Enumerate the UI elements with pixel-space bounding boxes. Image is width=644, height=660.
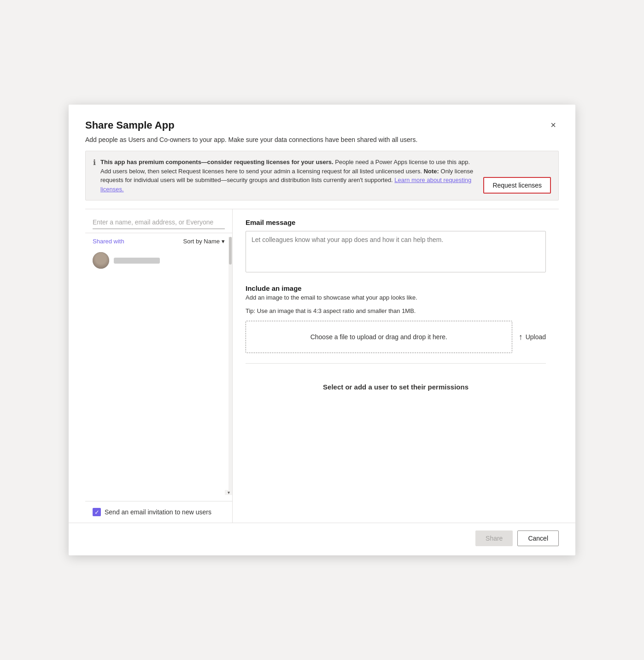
shared-with-label: Shared with bbox=[93, 238, 124, 245]
upload-button[interactable]: ↑ Upload bbox=[519, 332, 546, 342]
image-desc1: Add an image to the email to showcase wh… bbox=[246, 294, 546, 301]
banner-text: This app has premium components—consider… bbox=[100, 158, 479, 194]
sort-label: Sort by Name bbox=[183, 238, 220, 245]
info-icon: ℹ bbox=[93, 158, 96, 167]
dialog-body: Shared with Sort by Name ▾ ▾ bbox=[85, 209, 559, 523]
email-textarea[interactable] bbox=[246, 231, 546, 272]
scrollbar-track bbox=[228, 237, 232, 495]
share-button[interactable]: Share bbox=[475, 530, 513, 546]
user-row bbox=[93, 249, 225, 271]
banner-bold-text: This app has premium components—consider… bbox=[100, 159, 334, 165]
upload-icon: ↑ bbox=[519, 332, 523, 342]
email-section: Email message bbox=[246, 218, 546, 274]
divider bbox=[246, 363, 546, 364]
image-desc2: Tip: Use an image that is 4:3 aspect rat… bbox=[246, 307, 546, 314]
info-banner: ℹ This app has premium components—consid… bbox=[85, 151, 559, 200]
close-button[interactable]: × bbox=[548, 119, 559, 130]
avatar-image bbox=[93, 252, 109, 269]
email-checkbox[interactable]: ✓ bbox=[93, 508, 101, 516]
search-wrap bbox=[85, 209, 232, 233]
upload-btn-label: Upload bbox=[526, 333, 546, 341]
right-panel: Email message Include an image Add an im… bbox=[233, 209, 559, 523]
search-input[interactable] bbox=[93, 217, 225, 229]
user-name bbox=[114, 258, 160, 264]
left-panel-footer: ✓ Send an email invitation to new users bbox=[85, 501, 232, 523]
sort-by-name-button[interactable]: Sort by Name ▾ bbox=[183, 238, 225, 245]
drop-zone-label: Choose a file to upload or drag and drop… bbox=[310, 333, 447, 341]
upload-drop-zone[interactable]: Choose a file to upload or drag and drop… bbox=[246, 321, 512, 353]
sort-icon: ▾ bbox=[222, 238, 225, 245]
image-section: Include an image Add an image to the ema… bbox=[246, 284, 546, 353]
shared-section: Shared with Sort by Name ▾ bbox=[85, 233, 232, 501]
dialog-footer: Share Cancel bbox=[69, 523, 575, 555]
left-panel: Shared with Sort by Name ▾ ▾ bbox=[85, 209, 233, 523]
checkmark-icon: ✓ bbox=[94, 509, 100, 515]
banner-note-label: Note: bbox=[424, 168, 439, 175]
image-section-title: Include an image bbox=[246, 284, 546, 292]
scrollbar-thumb[interactable] bbox=[229, 237, 232, 265]
share-dialog: Share Sample App × Add people as Users a… bbox=[69, 105, 575, 555]
upload-row: Choose a file to upload or drag and drop… bbox=[246, 321, 546, 353]
dialog-header: Share Sample App × bbox=[85, 119, 559, 131]
cancel-button[interactable]: Cancel bbox=[517, 530, 559, 546]
scroll-down-arrow[interactable]: ▾ bbox=[225, 490, 232, 495]
shared-header: Shared with Sort by Name ▾ bbox=[93, 238, 225, 245]
dialog-subtitle: Add people as Users and Co-owners to you… bbox=[85, 136, 559, 143]
permissions-placeholder: Select or add a user to set their permis… bbox=[246, 383, 546, 391]
request-licenses-button[interactable]: Request licenses bbox=[483, 177, 551, 194]
email-section-title: Email message bbox=[246, 218, 546, 226]
email-checkbox-label: Send an email invitation to new users bbox=[105, 508, 211, 516]
dialog-title: Share Sample App bbox=[85, 119, 175, 131]
avatar bbox=[93, 252, 109, 269]
